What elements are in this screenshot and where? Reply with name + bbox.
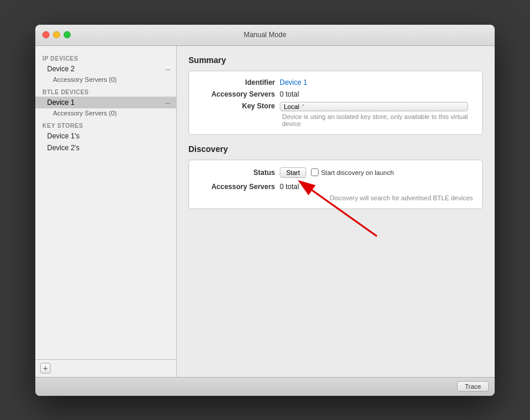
maximize-button[interactable] (64, 31, 71, 38)
discovery-status-label: Status (198, 168, 275, 177)
dropdown-arrow-icon: ⌃ (301, 104, 306, 110)
sidebar-item-keystore2[interactable]: Device 2's (35, 142, 176, 154)
device2-collapse-icon[interactable]: – (165, 65, 170, 73)
key-store-label: Key Store (198, 102, 275, 110)
traffic-lights (42, 31, 71, 38)
sidebar-item-device1[interactable]: Device 1 – (35, 97, 176, 108)
titlebar: Manual Mode (35, 25, 495, 46)
summary-title: Summary (188, 55, 483, 65)
add-icon: + (43, 363, 48, 373)
close-button[interactable] (42, 31, 49, 38)
identifier-row: Identifier Device 1 (198, 78, 473, 87)
discovery-accessory-value: 0 total (280, 183, 299, 191)
identifier-label: Identifier (198, 78, 275, 87)
discovery-footer-text: Discovery will search for advertised BTL… (198, 194, 473, 201)
ip-devices-section-label: IP Devices (35, 51, 176, 63)
summary-card: Identifier Device 1 Accessory Servers 0 … (188, 71, 483, 135)
sidebar-footer: + (35, 359, 176, 377)
trace-button[interactable]: Trace (457, 381, 489, 392)
discovery-title: Discovery (188, 144, 483, 154)
key-store-select[interactable]: Local ⌃ (280, 102, 468, 111)
device1-collapse-icon[interactable]: – (165, 98, 170, 107)
accessory-servers-label: Accessory Servers (198, 90, 275, 98)
sidebar-item-keystore2-label: Device 2's (47, 144, 80, 152)
identifier-value[interactable]: Device 1 (280, 78, 307, 87)
sidebar-item-keystore1-label: Device 1's (47, 132, 80, 140)
bottom-bar: Trace (35, 377, 495, 396)
sidebar-item-device2-accessory[interactable]: Accessory Servers (0) (35, 75, 176, 84)
sidebar-item-device1-accessory[interactable]: Accessory Servers (0) (35, 108, 176, 118)
window-body: IP Devices Device 2 – Accessory Servers … (35, 46, 495, 377)
start-on-launch-text: Start discovery on launch (321, 169, 394, 176)
sidebar-item-device2-label: Device 2 (47, 65, 75, 73)
add-button[interactable]: + (40, 363, 51, 373)
start-button[interactable]: Start (280, 167, 306, 178)
key-stores-section-label: Key Stores (35, 118, 176, 130)
minimize-button[interactable] (53, 31, 60, 38)
discovery-status-row: Status Start Start discovery on launch (198, 167, 473, 178)
key-store-value: Local (284, 103, 299, 110)
discovery-accessory-label: Accessory Servers (198, 183, 275, 191)
sidebar-content: IP Devices Device 2 – Accessory Servers … (35, 46, 176, 359)
discovery-accessory-row: Accessory Servers 0 total (198, 183, 473, 191)
window: Manual Mode IP Devices Device 2 – Access… (35, 25, 495, 396)
accessory-servers-row: Accessory Servers 0 total (198, 90, 473, 98)
window-title: Manual Mode (244, 31, 287, 39)
start-on-launch-checkbox[interactable] (311, 168, 319, 176)
discovery-card-wrapper: Status Start Start discovery on launch A… (188, 160, 483, 209)
sidebar-item-device1-label: Device 1 (47, 98, 75, 107)
key-store-row: Key Store Local ⌃ Device is using an iso… (198, 102, 473, 127)
sidebar-item-device2[interactable]: Device 2 – (35, 63, 176, 75)
sidebar-item-keystore1[interactable]: Device 1's (35, 130, 176, 142)
sidebar: IP Devices Device 2 – Accessory Servers … (35, 46, 177, 377)
start-on-launch-label[interactable]: Start discovery on launch (311, 168, 394, 176)
discovery-card: Status Start Start discovery on launch A… (188, 160, 483, 209)
accessory-servers-value: 0 total (280, 90, 299, 98)
key-store-note: Device is using an isolated key store, o… (282, 113, 473, 127)
btle-devices-section-label: BTLE Devices (35, 84, 176, 97)
main-content: Summary Identifier Device 1 Accessory Se… (177, 46, 495, 377)
